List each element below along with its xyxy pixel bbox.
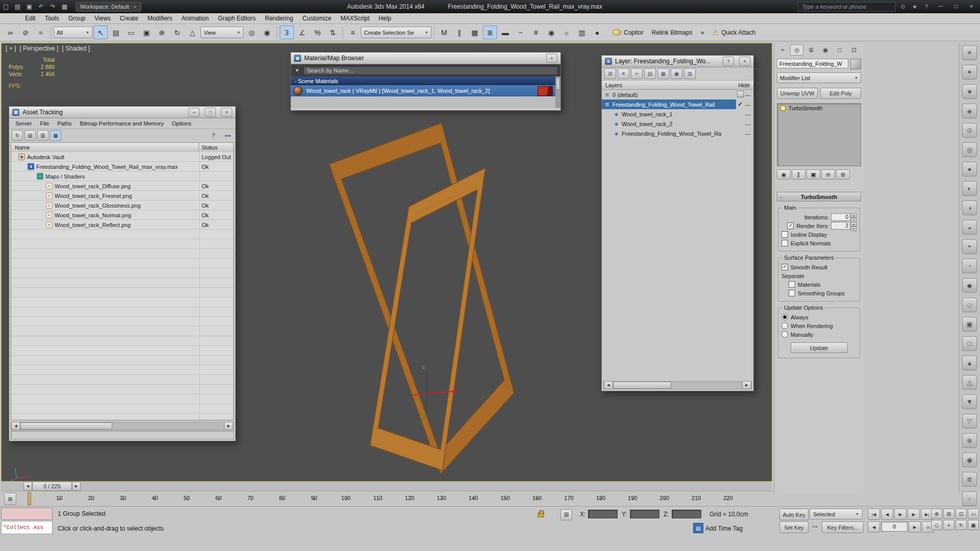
selection-lock-icon[interactable] (537, 513, 544, 517)
close-icon[interactable]: × (546, 54, 557, 63)
save-file-icon[interactable]: ▣ (23, 2, 35, 12)
select-and-manipulate-icon[interactable]: ◉ (260, 26, 274, 39)
scroll-left-icon[interactable]: ◀ (604, 381, 613, 389)
menu-customize[interactable]: Customize (298, 14, 336, 23)
asset-horizontal-scrollbar[interactable]: ◀ ▶ (11, 422, 234, 430)
modifier-list-dropdown[interactable]: Modifier List ▼ (777, 72, 861, 83)
hide-toggle[interactable]: — (744, 92, 751, 98)
help-icon[interactable]: ? (922, 2, 931, 11)
configure-modifier-sets-icon[interactable]: ⊞ (836, 169, 850, 180)
use-pivot-center-icon[interactable]: ◎ (244, 26, 259, 39)
window-crossing-icon[interactable]: ▣ (139, 26, 154, 39)
render-iters-checkbox[interactable] (787, 222, 794, 229)
scrollbar-thumb[interactable] (20, 422, 112, 430)
help-icon[interactable]: ? (723, 57, 734, 66)
scroll-right-icon[interactable]: ▶ (224, 422, 233, 430)
at-login-key-icon[interactable]: ⊶ (223, 131, 233, 140)
spinner-snap-icon[interactable]: ⇅ (326, 26, 340, 39)
render-iters-spinner[interactable]: 2 (831, 222, 850, 230)
menu-edit[interactable]: Edit (20, 14, 40, 23)
favorites-icon[interactable]: ★ (910, 2, 919, 11)
tab-display-icon[interactable]: □ (833, 44, 846, 56)
render-setup-icon[interactable]: ☼ (559, 26, 574, 39)
side-toolbar-icon[interactable]: ◒ (962, 220, 977, 235)
schematic-view-icon[interactable]: # (529, 26, 543, 39)
at-menu-options[interactable]: Options (168, 119, 195, 128)
new-scene-icon[interactable]: ▢ (0, 2, 12, 12)
zoom-icon[interactable]: ⊕ (931, 509, 942, 519)
x-coordinate-field[interactable] (588, 510, 618, 518)
side-toolbar-icon[interactable]: ◉ (962, 453, 977, 467)
unlink-selection-icon[interactable]: ⊘ (18, 26, 33, 39)
create-new-layer-icon[interactable]: ⊞ (604, 68, 616, 79)
toolbar-overflow-chevron[interactable]: » (701, 29, 704, 36)
modifier-stack[interactable]: TurboSmooth (777, 103, 861, 166)
orbit-icon[interactable]: ↻ (955, 520, 967, 530)
add-time-tag[interactable]: Add Time Tag (705, 525, 743, 532)
Wood_towel_rack_Glossiness.png[interactable]: ▪ Wood_towel_rack_Glossiness.png Ok (11, 201, 233, 210)
side-toolbar-icon[interactable]: ▣ (962, 317, 977, 332)
y-coordinate-field[interactable] (630, 510, 659, 518)
go-to-start-icon[interactable]: |◀ (868, 509, 880, 520)
pan-icon[interactable]: + (943, 520, 954, 530)
remove-modifier-icon[interactable]: ⊖ (821, 169, 835, 180)
add-selection-to-layer-icon[interactable]: + (631, 68, 643, 79)
copitor-script-button[interactable]: Copitor (612, 29, 644, 36)
side-toolbar-icon[interactable]: ○ (962, 491, 977, 506)
previous-key-icon[interactable]: ◀ (868, 521, 880, 533)
merge-layer-icon[interactable]: ▣ (671, 68, 682, 79)
tab-hierarchy-icon[interactable]: ≣ (804, 44, 818, 56)
hide-freeze-layer-icon[interactable]: ▥ (684, 68, 696, 79)
material-browser-scrollbar[interactable] (555, 77, 560, 108)
side-toolbar-icon[interactable]: ◔ (962, 259, 977, 273)
close-button[interactable]: × (964, 0, 979, 12)
scrollbar-thumb[interactable] (556, 78, 560, 90)
always-radio[interactable] (781, 314, 788, 320)
iterations-spinner[interactable]: 0 (831, 213, 850, 221)
side-toolbar-icon[interactable]: ☀ (962, 45, 977, 60)
side-toolbar-icon[interactable]: ▲ (962, 356, 977, 370)
angle-snap-icon[interactable]: ∠ (295, 26, 309, 39)
infocenter-search-input[interactable]: Type a keyword or phrase (798, 2, 896, 12)
side-toolbar-icon[interactable]: □ (962, 336, 977, 351)
current-layer-indicator[interactable]: ✓ (736, 101, 744, 108)
material-list-item[interactable]: Wood_towel_rack ( VRayMtl ) [Wood_towel_… (291, 85, 555, 96)
Wood_towel_rack_Reflect.png[interactable]: ▪ Wood_towel_rack_Reflect.png Ok (11, 220, 233, 230)
snap-toggle-icon[interactable]: 3 (280, 26, 294, 39)
open-file-icon[interactable]: ▤ (12, 2, 23, 12)
menu-views[interactable]: Views (90, 14, 115, 23)
Wood_towel_rack_Fresnel.png[interactable]: ▪ Wood_towel_rack_Fresnel.png Ok (11, 191, 233, 201)
modifier-stack-turbosmooth[interactable]: TurboSmooth (777, 104, 861, 113)
smooth-result-checkbox[interactable] (781, 264, 788, 270)
align-icon[interactable]: ∥ (452, 26, 467, 39)
smoothing-groups-checkbox[interactable] (789, 290, 795, 296)
layer-explorer-icon[interactable]: ≣ (483, 26, 497, 39)
side-toolbar-icon[interactable]: ▼ (962, 394, 977, 409)
search-icon[interactable]: ⊙ (898, 2, 908, 11)
rendered-frame-window-icon[interactable]: ▥ (575, 26, 589, 39)
render-production-icon[interactable]: ● (590, 26, 604, 39)
explicit-normals-checkbox[interactable] (781, 240, 788, 246)
at-table-view-icon[interactable]: ▦ (50, 130, 61, 141)
Wood_towel_rack_Diffuse.png[interactable]: ▪ Wood_towel_rack_Diffuse.png Ok (11, 181, 233, 191)
maximize-button[interactable]: □ (948, 0, 964, 12)
Wood_towel_rack_Normal.png[interactable]: ▪ Wood_towel_rack_Normal.png Ok (11, 210, 233, 220)
isoline-display-checkbox[interactable] (781, 231, 788, 238)
tab-create-icon[interactable]: + (776, 44, 789, 56)
manually-radio[interactable] (781, 331, 788, 338)
curve-editor-icon[interactable]: ~ (513, 26, 528, 39)
auto-key-button[interactable]: Auto Key (779, 509, 808, 520)
at-report-icon[interactable]: ▤ (24, 130, 36, 141)
workspace-dropdown[interactable]: Workspace: Default ▼ (76, 2, 141, 12)
side-toolbar-icon[interactable]: △ (962, 375, 977, 390)
side-toolbar-icon[interactable]: ◇ (962, 297, 977, 312)
bind-to-space-warp-icon[interactable]: ≈ (34, 26, 48, 39)
menu-maxscript[interactable]: MAXScript (336, 14, 374, 23)
time-slider-thumb[interactable]: 0 / 225 (32, 482, 72, 491)
hide-toggle[interactable]: — (744, 111, 751, 117)
at-details-view-icon[interactable]: ▥ (37, 130, 48, 141)
named-selection-sets-dropdown[interactable]: Create Selection Se▼ (361, 27, 431, 38)
spinner-arrows[interactable]: ▲▼ (851, 213, 856, 221)
Freestanding_Folding_Wood_Towel_Rail_max_vray.max[interactable]: 3 Freestanding_Folding_Wood_Towel_Rail_m… (11, 162, 233, 171)
side-toolbar-icon[interactable]: ◎ (962, 142, 977, 157)
